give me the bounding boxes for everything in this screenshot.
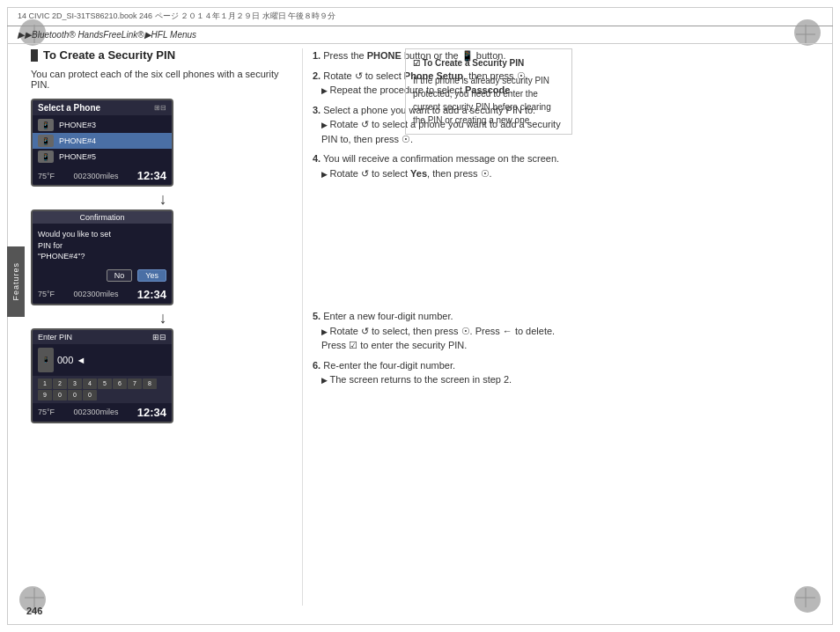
note-body: If the phone is already security PIN pro… — [413, 74, 564, 127]
select-phone-screen: Select a Phone ⊞⊟ 📱 PHONE#3 📱 PHONE#4 📱 … — [31, 99, 173, 187]
pin-value: 000 ◄ — [57, 355, 85, 365]
pin-key-2: 2 — [53, 378, 67, 389]
confirm-buttons: No Yes — [33, 268, 172, 285]
spacer — [313, 186, 572, 309]
file-info: 14 CIVIC 2D_SI-31TS86210.book 246 ページ ２０… — [18, 11, 335, 22]
step-sub-5: Rotate ↺ to select, then press ☉. Press … — [321, 324, 572, 353]
yes-bold: Yes — [410, 168, 427, 179]
arrow-down-1: ↓ — [31, 190, 295, 208]
list-item: 📱 PHONE#4 — [33, 133, 172, 149]
select-phone-footer: 75°F 002300miles 12:34 — [33, 166, 172, 185]
pin-key-5: 5 — [98, 378, 112, 389]
phone-name: PHONE#5 — [59, 152, 96, 161]
step-num: 4. — [313, 153, 321, 164]
step-num: 1. — [313, 50, 321, 61]
breadcrumb: ▶▶Bluetooth® HandsFreeLink®▶HFL Menus — [7, 26, 833, 44]
pin-footer: 75°F 002300miles 12:34 — [33, 403, 172, 422]
pin-icons: ⊞⊟ — [152, 333, 166, 342]
list-item: 📱 PHONE#3 — [33, 117, 172, 133]
phone-list: 📱 PHONE#3 📱 PHONE#4 📱 PHONE#5 — [33, 115, 172, 166]
select-phone-header: Select a Phone ⊞⊟ — [33, 100, 172, 115]
pin-key-0a: 0 — [53, 390, 67, 401]
confirm-footer: 75°F 002300miles 12:34 — [33, 285, 172, 304]
pin-key-1: 1 — [38, 378, 52, 389]
mileage: 002300miles — [73, 172, 118, 180]
note-box: ☑ To Create a Security PIN If the phone … — [405, 48, 572, 135]
section-heading: To Create a Security PIN — [31, 48, 295, 62]
features-label: Features — [11, 262, 20, 301]
no-button[interactable]: No — [107, 269, 133, 282]
select-phone-icons: ⊞⊟ — [154, 104, 166, 112]
clock: 12:34 — [137, 169, 166, 182]
pin-key-0c: 0 — [83, 390, 97, 401]
pin-key-8: 8 — [143, 378, 157, 389]
pin-header: Enter PIN ⊞⊟ — [33, 330, 172, 344]
phone-name: PHONE#3 — [59, 121, 96, 129]
pin-title: Enter PIN — [38, 333, 72, 342]
phone-name: PHONE#4 — [59, 136, 96, 145]
step-num: 6. — [313, 360, 321, 371]
page-number: 246 — [26, 606, 42, 616]
pin-display: 📱 000 ◄ — [33, 344, 172, 376]
clock: 12:34 — [137, 406, 166, 419]
pin-key-6: 6 — [113, 378, 127, 389]
top-strip: 14 CIVIC 2D_SI-31TS86210.book 246 ページ ２０… — [7, 7, 833, 26]
pin-key-0b: 0 — [68, 390, 82, 401]
confirm-body: Would you like to setPIN for"PHONE#4"? — [33, 224, 172, 268]
step-4: 4. You will receive a confirmation messa… — [313, 151, 572, 180]
phone-icon: 📱 — [38, 135, 54, 147]
pin-keypad: 1 2 3 4 5 6 7 8 9 0 0 0 — [33, 376, 172, 403]
heading-bar — [31, 49, 38, 62]
step-6: 6. Re-enter the four-digit number. The s… — [313, 358, 572, 387]
phone-icon: 📱 — [38, 119, 54, 131]
mileage: 002300miles — [73, 290, 118, 298]
step-sub-6: The screen returns to the screen in step… — [321, 372, 572, 387]
step-num: 2. — [313, 70, 321, 81]
yes-button[interactable]: Yes — [137, 269, 166, 282]
step-sub-4: Rotate ↺ to select Yes, then press ☉. — [321, 166, 572, 181]
pin-key-4: 4 — [83, 378, 97, 389]
confirmation-screen: Confirmation Would you like to setPIN fo… — [31, 209, 173, 305]
phone-graphic: 📱 — [38, 348, 54, 372]
mileage: 002300miles — [73, 408, 118, 416]
arrow-down-2: ↓ — [31, 309, 295, 327]
confirm-header: Confirmation — [33, 211, 172, 224]
features-tab: Features — [7, 246, 25, 317]
enter-pin-screen: Enter PIN ⊞⊟ 📱 000 ◄ 1 2 3 4 5 6 7 8 9 0… — [31, 328, 173, 423]
select-phone-title: Select a Phone — [38, 103, 100, 113]
right-column: 1. Press the PHONE button or the 📱 butto… — [313, 48, 572, 393]
phone-icon: 📱 — [38, 151, 54, 163]
pin-key-9: 9 — [38, 390, 52, 401]
main-content: To Create a Security PIN You can protect… — [31, 48, 822, 606]
column-divider — [302, 48, 303, 606]
step-5: 5. Enter a new four-digit number. Rotate… — [313, 309, 572, 353]
step-num: 5. — [313, 311, 321, 321]
note-title-text: To Create a Security PIN — [423, 58, 524, 68]
section-title: To Create a Security PIN — [43, 48, 175, 62]
breadcrumb-text: ▶▶Bluetooth® HandsFreeLink®▶HFL Menus — [18, 30, 196, 40]
intro-text: You can protect each of the six cell pho… — [31, 69, 295, 90]
temperature: 75°F — [38, 290, 55, 298]
note-title: ☑ To Create a Security PIN — [413, 56, 564, 70]
list-item: 📱 PHONE#5 — [33, 149, 172, 165]
temperature: 75°F — [38, 172, 55, 180]
step-num: 3. — [313, 105, 321, 115]
phone-bold: PHONE — [367, 50, 402, 61]
temperature: 75°F — [38, 408, 55, 416]
pin-key-7: 7 — [128, 378, 142, 389]
clock: 12:34 — [137, 288, 166, 301]
note-area: ☑ To Create a Security PIN If the phone … — [405, 48, 572, 135]
pin-key-3: 3 — [68, 378, 82, 389]
left-column: To Create a Security PIN You can protect… — [31, 48, 295, 427]
